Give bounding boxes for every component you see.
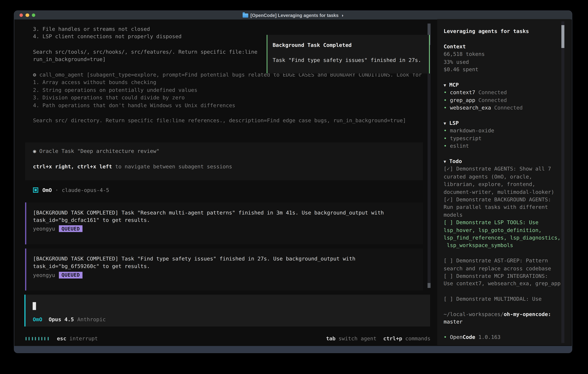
- window-footer: [14, 346, 572, 353]
- mcp-item: • context7 Connected: [444, 89, 561, 96]
- omo-agent-icon: [33, 187, 38, 193]
- lsp-name: eslint: [450, 143, 469, 149]
- chevron-down-icon: ▼: [444, 83, 446, 88]
- todo-item-done: curated agents (OmO, oracle,: [444, 173, 561, 180]
- todo-item-active: [ ] Demonstrate LSP TOOLS: Use: [444, 218, 561, 226]
- blank-line: [444, 112, 561, 119]
- app-version: 1.0.163: [478, 334, 501, 340]
- status-dot-icon: •: [444, 128, 447, 134]
- background-task-card: [BACKGROUND TASK COMPLETED] Task "Resear…: [25, 202, 423, 244]
- blank-line: [444, 326, 561, 333]
- todo-heading: Todo: [449, 158, 462, 164]
- traffic-lights: [19, 11, 35, 20]
- status-left: esc interrupt: [25, 335, 98, 342]
- session-title: Leveraging agents for tasks: [444, 27, 561, 35]
- lsp-item: • markdown-oxide: [444, 127, 561, 135]
- status-dot-icon: •: [444, 334, 447, 340]
- status-dot-icon: •: [444, 143, 447, 149]
- task-line: task_id="bg_6f59260c" to get results.: [33, 262, 423, 270]
- todo-item-done: librarian, explore, frontend,: [444, 180, 561, 188]
- blank-line: [444, 150, 561, 157]
- oracle-title-line: ◉ Oracle Task "Deep architecture review": [33, 147, 423, 155]
- mcp-status: Connected: [494, 104, 523, 111]
- mcp-item: • grep_app Connected: [444, 96, 561, 104]
- tool-call-detail: Search src/ directory. Return specific f…: [33, 117, 432, 124]
- oracle-task-card: ◉ Oracle Task "Deep architecture review"…: [25, 142, 423, 180]
- close-button[interactable]: [19, 13, 23, 17]
- session-busy-icon: ◑: [341, 13, 344, 18]
- minimize-button[interactable]: [26, 13, 29, 17]
- chevron-down-icon: ▼: [444, 121, 446, 126]
- oracle-title: Oracle Task "Deep architecture review": [36, 148, 159, 154]
- mcp-item: • websearch_exa Connected: [444, 104, 561, 112]
- version-row: • OpenCode 1.0.163: [444, 333, 561, 341]
- status-dot-icon: •: [444, 97, 447, 103]
- sidebar-scrollbar-track[interactable]: [561, 21, 564, 343]
- message-line: 3. File handles or streams not closed: [33, 25, 432, 33]
- mcp-name: context7: [450, 89, 475, 95]
- mcp-heading: MCP: [449, 82, 459, 88]
- ctrlp-action-label: commands: [405, 335, 430, 342]
- task-meta-row: yeongyu QUEUED: [33, 271, 423, 279]
- app-name-light: Open: [450, 334, 462, 340]
- oracle-hint-line: ctrl+x right, ctrl+x left to navigate be…: [33, 163, 423, 170]
- todo-item-done: Run parallel tasks with different: [444, 203, 561, 211]
- task-user: yeongyu: [33, 226, 55, 232]
- task-line: [BACKGROUND TASK COMPLETED] Task "Find t…: [33, 255, 423, 262]
- window-title-group: [OpenCode] Leveraging agents for tasks ◑: [242, 13, 344, 18]
- agent-model: claude-opus-4-5: [62, 187, 109, 193]
- task-user: yeongyu: [33, 272, 55, 278]
- input-model-label: Opus 4.5: [49, 316, 74, 322]
- desktop: [OpenCode] Leveraging agents for tasks ◑…: [0, 0, 588, 374]
- background-task-toast: Background Task Completed Task "Find typ…: [267, 35, 430, 73]
- lsp-section-header[interactable]: ▼ LSP: [444, 119, 561, 127]
- tab-action-label: switch agent: [338, 335, 377, 342]
- todo-item-active: lsp_hover, lsp_goto_definition,: [444, 226, 561, 234]
- sidebar-content: Leveraging agents for tasks Context 66,5…: [444, 27, 561, 341]
- todo-item-pending: [ ] Demonstrate AST-GREP: Pattern: [444, 257, 561, 265]
- blank-line: [444, 35, 561, 43]
- toast-body: Task "Find type safety issues" finished …: [273, 56, 429, 64]
- todo-item-done: document-writer, multimodal-looker): [444, 188, 561, 196]
- tool-call-detail: 1. Array access without bounds checking: [33, 79, 432, 86]
- context-spent: $0.46 spent: [444, 66, 561, 73]
- mcp-section-header[interactable]: ▼ MCP: [444, 81, 561, 89]
- blank-line: [444, 287, 561, 295]
- toast-title: Background Task Completed: [273, 41, 429, 49]
- oracle-hint-text: to navigate between subagent sessions: [112, 163, 232, 169]
- context-heading: Context: [444, 43, 561, 50]
- ctrlp-key-hint: ctrl+p: [383, 335, 402, 342]
- tool-call-detail: 4. Path operations that don't handle Win…: [33, 101, 432, 109]
- esc-action-label: interrupt: [69, 335, 98, 342]
- status-bar: esc interrupt tab switch agent ctrl+p co…: [25, 335, 430, 342]
- lsp-name: markdown-oxide: [450, 128, 494, 134]
- agent-name: OmO: [42, 187, 52, 193]
- prompt-input[interactable]: OmO Opus 4.5 Anthropic: [24, 295, 430, 327]
- status-badge: QUEUED: [59, 226, 83, 232]
- workspace-path-prefix: ~/local-workspaces/: [444, 311, 504, 317]
- tab-key-hint: tab: [326, 335, 336, 342]
- window-titlebar[interactable]: [OpenCode] Leveraging agents for tasks ◑: [14, 11, 572, 20]
- working-spinner: [25, 337, 49, 340]
- oracle-hint-keys: ctrl+x right, ctrl+x left: [33, 163, 112, 169]
- lsp-heading: LSP: [449, 120, 459, 126]
- background-task-card: [BACKGROUND TASK COMPLETED] Task "Find t…: [25, 249, 423, 291]
- status-dot-icon: •: [444, 104, 447, 111]
- input-provider-label: Anthropic: [77, 316, 106, 322]
- chevron-down-icon: ▼: [444, 159, 446, 164]
- sidebar-scrollbar-thumb[interactable]: [561, 25, 564, 48]
- status-badge: QUEUED: [59, 272, 83, 278]
- zoom-button[interactable]: [32, 13, 35, 17]
- lsp-item: • eslint: [444, 142, 561, 150]
- todo-item-done: [✓] Demonstrate BACKGROUND AGENTS:: [444, 196, 561, 203]
- main-scrollbar-thumb[interactable]: [428, 283, 431, 288]
- esc-key-hint: esc: [57, 335, 66, 342]
- status-right: tab switch agent ctrl+p commands: [326, 335, 430, 342]
- lsp-name: typescript: [450, 135, 482, 141]
- todo-section-header[interactable]: ▼ Todo: [444, 157, 561, 165]
- workspace-branch: master: [444, 318, 561, 326]
- separator-dot: ·: [55, 187, 58, 193]
- fisheye-icon: ◉: [33, 148, 36, 154]
- tool-call-detail: 2. String operations on potentially unde…: [33, 86, 432, 94]
- gear-icon: ⚙: [33, 72, 36, 78]
